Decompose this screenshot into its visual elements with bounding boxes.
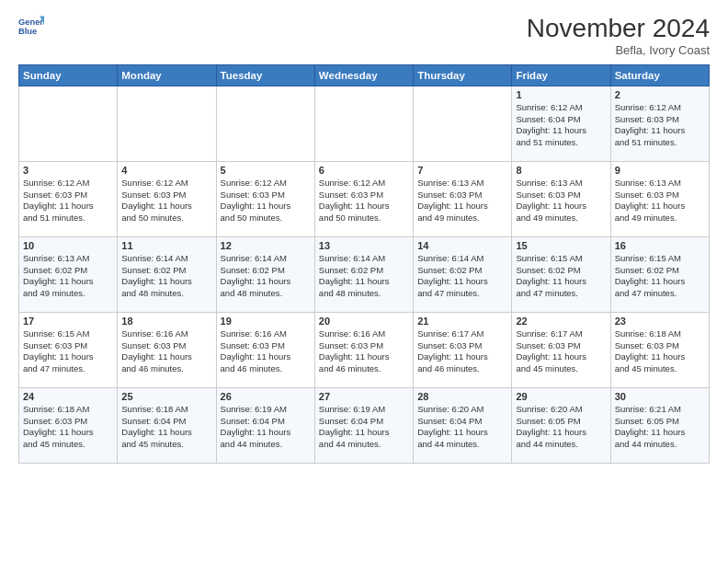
day-info: Sunrise: 6:20 AM (417, 404, 507, 416)
day-number: 11 (121, 240, 211, 251)
page: General Blue November 2024 Befla, Ivory … (0, 0, 728, 563)
day-info: Sunset: 6:03 PM (319, 340, 409, 352)
calendar-cell (216, 86, 314, 161)
day-info: Sunrise: 6:12 AM (615, 102, 705, 114)
day-info: and 44 minutes. (319, 439, 409, 451)
day-info: Sunset: 6:03 PM (23, 190, 113, 201)
day-info: Sunset: 6:03 PM (23, 340, 113, 352)
day-info: Daylight: 11 hours (516, 276, 606, 288)
calendar-day-header: Friday (512, 64, 610, 86)
day-info: Sunrise: 6:17 AM (417, 328, 507, 340)
calendar-cell: 8Sunrise: 6:13 AMSunset: 6:03 PMDaylight… (512, 161, 610, 236)
day-info: Daylight: 11 hours (221, 427, 311, 439)
day-info: Sunrise: 6:21 AM (615, 404, 705, 416)
day-info: Sunrise: 6:13 AM (516, 178, 606, 190)
day-info: Sunrise: 6:17 AM (516, 328, 606, 340)
day-info: Sunset: 6:02 PM (319, 265, 409, 277)
day-info: and 46 minutes. (319, 363, 409, 375)
day-info: Daylight: 11 hours (615, 125, 705, 137)
logo: General Blue (18, 15, 48, 40)
day-info: and 50 minutes. (319, 213, 409, 224)
day-info: Sunrise: 6:12 AM (121, 178, 211, 190)
day-info: Sunset: 6:04 PM (319, 416, 409, 428)
day-info: Sunset: 6:05 PM (615, 416, 705, 428)
calendar-cell: 25Sunrise: 6:18 AMSunset: 6:04 PMDayligh… (118, 387, 216, 463)
day-info: and 48 minutes. (121, 288, 211, 300)
calendar-cell: 16Sunrise: 6:15 AMSunset: 6:02 PMDayligh… (610, 236, 709, 312)
calendar-cell: 14Sunrise: 6:14 AMSunset: 6:02 PMDayligh… (414, 236, 512, 312)
day-info: and 51 minutes. (516, 137, 606, 149)
day-info: and 45 minutes. (23, 439, 113, 451)
day-info: and 47 minutes. (615, 288, 705, 300)
day-info: Sunrise: 6:16 AM (221, 328, 311, 340)
day-number: 14 (417, 240, 507, 251)
calendar-cell: 13Sunrise: 6:14 AMSunset: 6:02 PMDayligh… (314, 236, 413, 312)
day-info: Sunrise: 6:16 AM (121, 328, 211, 340)
calendar: SundayMondayTuesdayWednesdayThursdayFrid… (18, 64, 710, 464)
day-number: 21 (417, 316, 507, 327)
calendar-day-header: Saturday (610, 64, 709, 86)
day-info: Sunset: 6:03 PM (121, 190, 211, 201)
calendar-day-header: Sunday (19, 64, 118, 86)
day-info: Sunrise: 6:18 AM (615, 328, 705, 340)
calendar-week-row: 10Sunrise: 6:13 AMSunset: 6:02 PMDayligh… (19, 236, 710, 312)
day-info: Daylight: 11 hours (319, 427, 409, 439)
day-info: and 49 minutes. (23, 288, 113, 300)
day-info: Daylight: 11 hours (516, 427, 606, 439)
day-info: Sunset: 6:02 PM (615, 265, 705, 277)
calendar-cell (118, 86, 216, 161)
day-info: Sunrise: 6:15 AM (23, 328, 113, 340)
day-number: 8 (516, 165, 606, 176)
day-info: Daylight: 11 hours (319, 351, 409, 363)
calendar-cell: 29Sunrise: 6:20 AMSunset: 6:05 PMDayligh… (512, 387, 610, 463)
calendar-cell: 15Sunrise: 6:15 AMSunset: 6:02 PMDayligh… (512, 236, 610, 312)
day-info: Sunset: 6:03 PM (516, 190, 606, 201)
day-number: 4 (121, 165, 211, 176)
day-info: Daylight: 11 hours (516, 125, 606, 137)
day-info: Daylight: 11 hours (221, 351, 311, 363)
day-info: Daylight: 11 hours (417, 201, 507, 213)
day-info: Sunrise: 6:13 AM (23, 253, 113, 265)
day-info: Sunrise: 6:18 AM (121, 404, 211, 416)
subtitle: Befla, Ivory Coast (527, 43, 710, 57)
day-number: 12 (221, 240, 311, 251)
day-info: and 44 minutes. (221, 439, 311, 451)
day-info: Daylight: 11 hours (221, 201, 311, 213)
day-info: and 50 minutes. (121, 213, 211, 224)
day-info: and 49 minutes. (615, 213, 705, 224)
calendar-cell: 23Sunrise: 6:18 AMSunset: 6:03 PMDayligh… (610, 312, 709, 387)
main-title: November 2024 (527, 15, 710, 43)
calendar-cell: 7Sunrise: 6:13 AMSunset: 6:03 PMDaylight… (414, 161, 512, 236)
calendar-cell: 27Sunrise: 6:19 AMSunset: 6:04 PMDayligh… (314, 387, 413, 463)
calendar-cell (19, 86, 118, 161)
day-info: Sunset: 6:03 PM (615, 340, 705, 352)
day-info: Sunset: 6:02 PM (516, 265, 606, 277)
day-info: Sunrise: 6:12 AM (23, 178, 113, 190)
day-info: Sunrise: 6:19 AM (221, 404, 311, 416)
day-info: Daylight: 11 hours (516, 201, 606, 213)
day-info: and 51 minutes. (23, 213, 113, 224)
day-number: 13 (319, 240, 409, 251)
calendar-day-header: Tuesday (216, 64, 314, 86)
day-info: Daylight: 11 hours (221, 276, 311, 288)
day-info: Sunset: 6:03 PM (23, 416, 113, 428)
calendar-cell: 26Sunrise: 6:19 AMSunset: 6:04 PMDayligh… (216, 387, 314, 463)
day-number: 19 (221, 316, 311, 327)
day-number: 10 (23, 240, 113, 251)
day-info: Daylight: 11 hours (121, 201, 211, 213)
day-info: and 48 minutes. (319, 288, 409, 300)
day-info: Sunset: 6:04 PM (221, 416, 311, 428)
day-info: Sunset: 6:03 PM (221, 190, 311, 201)
calendar-week-row: 1Sunrise: 6:12 AMSunset: 6:04 PMDaylight… (19, 86, 710, 161)
header: General Blue November 2024 Befla, Ivory … (18, 15, 710, 57)
day-info: Sunset: 6:03 PM (121, 340, 211, 352)
calendar-week-row: 17Sunrise: 6:15 AMSunset: 6:03 PMDayligh… (19, 312, 710, 387)
day-info: and 45 minutes. (516, 363, 606, 375)
calendar-cell: 2Sunrise: 6:12 AMSunset: 6:03 PMDaylight… (610, 86, 709, 161)
day-info: Sunrise: 6:14 AM (121, 253, 211, 265)
day-info: Sunset: 6:04 PM (417, 416, 507, 428)
day-info: Sunset: 6:02 PM (121, 265, 211, 277)
day-info: Sunrise: 6:13 AM (615, 178, 705, 190)
day-info: Daylight: 11 hours (417, 427, 507, 439)
day-info: Daylight: 11 hours (23, 201, 113, 213)
